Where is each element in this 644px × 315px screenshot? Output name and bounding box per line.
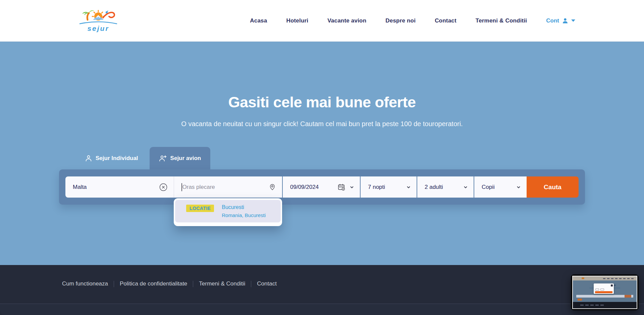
hero-section: Gasiti cele mai bune oferte O vacanta de… <box>0 42 644 265</box>
account-menu[interactable]: Cont <box>546 17 575 24</box>
pip-mini-header <box>573 276 637 280</box>
tab-label: Sejur avion <box>170 155 201 162</box>
divider <box>114 281 114 287</box>
pip-mini-hero <box>573 280 637 302</box>
pip-preview[interactable] <box>571 274 639 310</box>
pip-screen <box>572 276 637 309</box>
location-field-group <box>65 176 282 198</box>
nav-termeni-conditii[interactable]: Termeni & Conditii <box>476 17 527 24</box>
pip-mini-search-button <box>625 295 631 298</box>
footer-link-politica[interactable]: Politica de confidentialitate <box>120 280 187 287</box>
departure-input[interactable] <box>182 184 269 191</box>
page: sejur Acasa Hoteluri Vacante avion Despr… <box>0 0 644 315</box>
pip-mini-footer <box>573 302 637 308</box>
date-value: 09/09/2024 <box>290 184 333 191</box>
nights-value: 7 nopti <box>368 184 385 191</box>
footer-link-cum-functioneaza[interactable]: Cum functioneaza <box>62 280 108 287</box>
hero-subtitle: O vacanta de neuitat cu un singur click!… <box>0 120 644 128</box>
pip-mini-button <box>600 288 604 291</box>
user-icon <box>562 17 569 24</box>
main-nav: Acasa Hoteluri Vacante avion Despre noi … <box>250 17 575 24</box>
footer: Cum functioneaza Politica de confidentia… <box>0 265 644 315</box>
pip-mini-button <box>595 288 599 291</box>
adults-select[interactable]: 2 adulti <box>417 176 474 198</box>
chevron-down-icon <box>463 185 468 190</box>
date-field[interactable]: 09/09/2024 <box>283 176 360 198</box>
departure-field[interactable] <box>174 176 282 198</box>
footer-bottom-bar <box>0 304 644 315</box>
clear-destination-button[interactable] <box>159 183 168 192</box>
nights-select[interactable]: 7 nopti <box>361 176 417 198</box>
location-pin-icon <box>269 183 276 191</box>
tab-label: Sejur Individual <box>96 155 138 162</box>
pip-mini-tag <box>578 299 582 301</box>
circle-x-icon <box>159 183 168 192</box>
text-cursor <box>181 183 182 191</box>
tab-sejur-avion[interactable]: Sejur avion <box>150 147 211 169</box>
pip-mini-close <box>611 284 613 286</box>
nav-contact[interactable]: Contact <box>435 17 457 24</box>
footer-link-termeni[interactable]: Termeni & Conditii <box>199 280 245 287</box>
nav-vacante-avion[interactable]: Vacante avion <box>327 17 366 24</box>
destination-field[interactable] <box>65 176 174 198</box>
suggestion-title: Bucuresti <box>222 204 266 210</box>
footer-links: Cum functioneaza Politica de confidentia… <box>62 280 644 287</box>
search-widget: Sejur Individual Sejur avion <box>59 147 585 205</box>
children-value: Copii <box>482 184 495 191</box>
chevron-down-icon <box>406 185 411 190</box>
calendar-check-icon <box>337 183 345 191</box>
nav-acasa[interactable]: Acasa <box>250 17 267 24</box>
tab-sejur-individual[interactable]: Sejur Individual <box>75 147 148 169</box>
divider <box>193 281 193 287</box>
suggestion-type-badge: LOCATIE <box>186 205 214 212</box>
children-select[interactable]: Copii <box>474 176 527 198</box>
footer-link-contact[interactable]: Contact <box>257 280 277 287</box>
chevron-down-icon <box>571 19 575 22</box>
suggestion-text: Bucuresti Romania, Bucuresti <box>222 204 266 218</box>
location-suggestions: LOCATIE Bucuresti Romania, Bucuresti <box>174 198 282 226</box>
nav-despre-noi[interactable]: Despre noi <box>385 17 416 24</box>
hero-title: Gasiti cele mai bune oferte <box>0 42 644 111</box>
pip-mini-logo <box>582 277 584 279</box>
suggestion-item[interactable]: LOCATIE Bucuresti Romania, Bucuresti <box>175 200 281 222</box>
pip-mini-cta <box>595 291 612 293</box>
site-logo[interactable]: sejur <box>76 8 120 33</box>
pip-mini-footer-links <box>580 305 604 306</box>
logo-text: sejur <box>76 24 120 33</box>
search-panel: 09/09/2024 <box>59 169 585 205</box>
pip-mini-modal <box>594 283 614 294</box>
nav-hoteluri[interactable]: Hoteluri <box>286 17 308 24</box>
search-button[interactable]: Cauta <box>527 176 579 198</box>
search-tabs: Sejur Individual Sejur avion <box>59 147 585 169</box>
pip-mini-searchbar <box>576 295 633 298</box>
chevron-down-icon <box>516 185 521 190</box>
divider <box>251 281 251 287</box>
search-fields: 09/09/2024 <box>65 176 579 198</box>
chevron-down-icon <box>349 185 355 190</box>
pip-mini-nav <box>603 278 634 279</box>
adults-value: 2 adulti <box>425 184 443 191</box>
person-icon <box>85 155 92 162</box>
suggestion-subtitle: Romania, Bucuresti <box>222 212 266 218</box>
account-label: Cont <box>546 17 559 24</box>
person-plus-icon <box>159 155 167 162</box>
destination-input[interactable] <box>73 184 159 191</box>
top-navbar: sejur Acasa Hoteluri Vacante avion Despr… <box>0 0 644 42</box>
logo-art-icon <box>76 8 120 26</box>
